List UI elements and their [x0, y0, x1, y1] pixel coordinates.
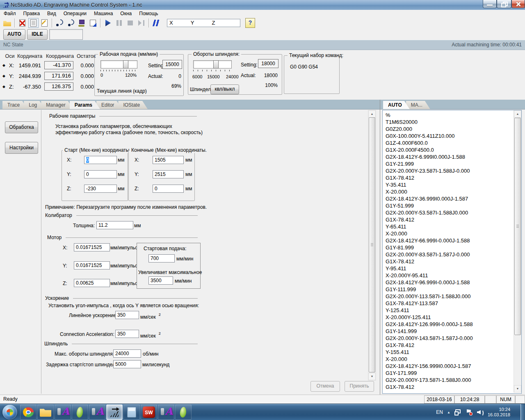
- scroll-up-icon[interactable]: ▲: [368, 110, 376, 118]
- motor-x-field[interactable]: 0.01671525: [74, 243, 110, 251]
- toolbar-separator-4[interactable]: [148, 18, 149, 27]
- show-desktop-button[interactable]: [520, 404, 525, 420]
- artcam-icon[interactable]: [55, 404, 71, 420]
- menu-item[interactable]: Операции: [60, 10, 90, 18]
- open-file-icon[interactable]: [2, 18, 12, 28]
- status-empty-cell: [485, 395, 496, 404]
- work-coordinate[interactable]: 171.916: [44, 72, 73, 80]
- scroll-down-icon[interactable]: ▼: [368, 373, 376, 380]
- signal-icon[interactable]: [55, 18, 65, 28]
- work-coordinate[interactable]: 126.375: [44, 82, 73, 91]
- conn-accel-field[interactable]: 350: [115, 330, 139, 338]
- toolbar-separator-3[interactable]: [100, 18, 101, 27]
- ncstudio-icon[interactable]: [106, 404, 123, 420]
- spindle-slider[interactable]: [193, 60, 232, 68]
- max-spindle-field[interactable]: 24000: [113, 349, 141, 358]
- start-button[interactable]: [2, 405, 17, 420]
- main-tab-strip: TraceLogManagerParamsEditorIOState: [0, 100, 382, 110]
- trace-view-icon[interactable]: [28, 18, 39, 28]
- close-button[interactable]: [511, 0, 525, 8]
- language-indicator[interactable]: EN: [436, 409, 443, 415]
- motor-y-field[interactable]: 0.01671525: [74, 261, 110, 269]
- gcode-scrollbar[interactable]: ▲ ▼: [514, 110, 521, 393]
- edit-file-icon[interactable]: [39, 18, 50, 28]
- xyz-readout-field[interactable]: X Y Z: [167, 19, 240, 27]
- start-x-field[interactable]: 0: [84, 156, 117, 164]
- end-z-field[interactable]: 0: [153, 185, 184, 193]
- menu-item[interactable]: Файл: [0, 10, 20, 18]
- start-feed-field[interactable]: 700: [148, 254, 175, 262]
- gcode-listbox[interactable]: %T1M6S20000G0Z20.000G0X-100.000Y-5.411Z1…: [382, 110, 522, 394]
- tab-ma[interactable]: MA...: [406, 101, 430, 109]
- linear-accel-field[interactable]: 350: [115, 311, 139, 319]
- menu-item[interactable]: Вид: [43, 10, 60, 18]
- spindle-setting-value[interactable]: 18000: [258, 59, 278, 68]
- calculator-icon[interactable]: [123, 404, 140, 420]
- sidebar-settings-button[interactable]: Настройки: [5, 142, 38, 154]
- tab-auto[interactable]: AUTO: [383, 101, 410, 109]
- gcode-scroll-up-icon[interactable]: ▲: [514, 110, 521, 118]
- feed-slider-thumb[interactable]: [123, 60, 128, 68]
- axis-target-icon[interactable]: ◆: [2, 74, 9, 78]
- signal-step-icon[interactable]: [66, 18, 76, 28]
- apply-button[interactable]: Принять: [345, 381, 374, 392]
- action-center-flag-icon[interactable]: [466, 409, 472, 415]
- spindle-delay-field[interactable]: 5000: [113, 360, 141, 368]
- thickness-field[interactable]: 11.2: [96, 221, 133, 229]
- work-coordinate[interactable]: -41.370: [44, 61, 73, 69]
- step-run-icon[interactable]: [136, 18, 146, 28]
- tab-iostate[interactable]: IOState: [118, 101, 148, 109]
- unload-file-icon[interactable]: [17, 18, 27, 28]
- end-x-field[interactable]: 1505: [153, 156, 184, 164]
- max-feed-field[interactable]: 3500: [148, 276, 173, 285]
- spindle-slider-thumb[interactable]: [213, 60, 219, 68]
- axis-target-icon[interactable]: ◆: [2, 63, 9, 67]
- spindle-toggle-button[interactable]: квл/выкл: [210, 84, 239, 94]
- tab-trace[interactable]: Trace: [2, 101, 27, 109]
- start-y-field[interactable]: 0: [84, 170, 117, 178]
- sidebar-processing-button[interactable]: Обработка: [5, 121, 38, 133]
- motor-z-field[interactable]: 0.00625: [74, 279, 110, 287]
- explorer-icon[interactable]: [37, 404, 54, 420]
- params-scrollbar[interactable]: ▲ ▼: [368, 110, 376, 381]
- auto-mode-button[interactable]: AUTO: [3, 29, 25, 40]
- help-icon[interactable]: ?: [245, 18, 255, 28]
- end-y-field[interactable]: 2515: [153, 170, 184, 178]
- coreldraw-icon[interactable]: [72, 404, 88, 420]
- coreldraw-icon-b[interactable]: [175, 404, 192, 420]
- tab-params[interactable]: Params: [70, 101, 100, 109]
- simulate-icon[interactable]: [151, 18, 162, 28]
- start-z-field[interactable]: -230: [84, 185, 117, 193]
- network-icon[interactable]: [454, 409, 461, 415]
- menu-item[interactable]: Окна: [116, 10, 135, 18]
- idle-mode-button[interactable]: IDLE: [27, 29, 48, 40]
- params-scrollbar-thumb[interactable]: [369, 117, 375, 372]
- gcode-scroll-down-icon[interactable]: ▼: [514, 385, 521, 393]
- menu-item[interactable]: Помощь: [135, 10, 162, 18]
- stop-icon[interactable]: [125, 18, 135, 28]
- feed-slider[interactable]: [100, 60, 137, 68]
- tab-manager[interactable]: Manager: [41, 101, 73, 109]
- axis-target-icon[interactable]: ◆: [2, 84, 9, 89]
- gcode-scrollbar-thumb[interactable]: [514, 118, 521, 335]
- menu-item[interactable]: Правка: [20, 10, 44, 18]
- solidworks-icon[interactable]: [141, 404, 157, 420]
- toolbar-separator-2[interactable]: [52, 18, 52, 27]
- pause-icon[interactable]: [114, 18, 124, 28]
- restore-button[interactable]: [497, 0, 511, 8]
- artcam-icon-b[interactable]: [89, 404, 105, 420]
- go-origin-icon[interactable]: [77, 18, 87, 28]
- tab-editor[interactable]: Editor: [96, 101, 122, 109]
- artcam-icon-c[interactable]: [158, 404, 174, 420]
- tray-clock[interactable]: 10:24 16.03.2018: [488, 407, 510, 418]
- start-icon[interactable]: [103, 18, 113, 28]
- minimize-button[interactable]: [483, 0, 497, 8]
- switch-window-icon[interactable]: [88, 18, 98, 28]
- toolbar-separator-1[interactable]: [14, 18, 15, 27]
- cancel-button[interactable]: Отмена: [310, 381, 340, 392]
- chrome-icon[interactable]: [20, 404, 37, 420]
- volume-icon[interactable]: [477, 409, 484, 415]
- feed-setting-value[interactable]: 15000: [162, 60, 182, 69]
- menu-item[interactable]: Машина: [90, 10, 116, 18]
- tray-expand-icon[interactable]: ▲: [447, 411, 450, 414]
